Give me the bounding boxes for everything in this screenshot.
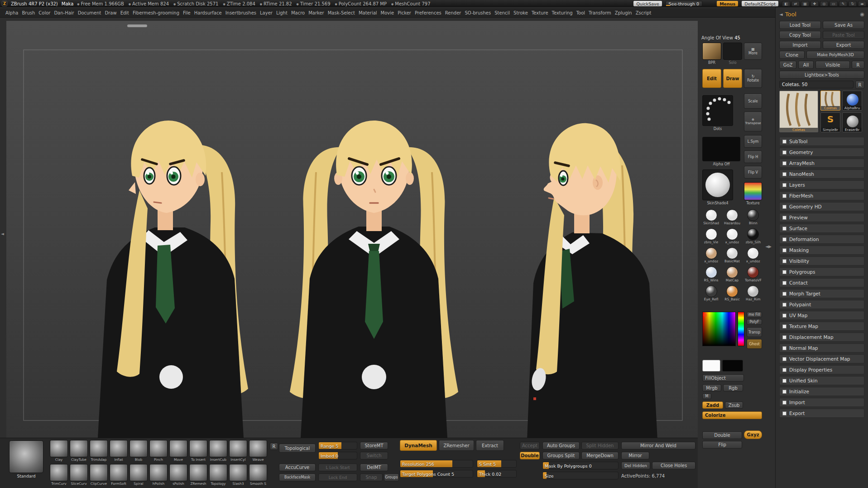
menu-dan-hair[interactable]: Dan-Hair xyxy=(52,10,76,15)
menu-color[interactable]: Color xyxy=(37,10,52,15)
panel-menu-icon[interactable]: ◉ xyxy=(860,11,864,17)
viewport-canvas[interactable] xyxy=(6,21,698,438)
clone-button[interactable]: Clone xyxy=(779,51,805,59)
titlebar-icon-8[interactable]: ↻ xyxy=(849,1,857,6)
tool-section-geometry-hd[interactable]: Geometry HD xyxy=(779,202,864,211)
menu-insertbrushes[interactable]: Insertbrushes xyxy=(224,10,258,15)
tool-thumb-eraserbrush[interactable]: EraserBr xyxy=(842,112,862,132)
menu-stroke[interactable]: Stroke xyxy=(512,10,530,15)
mirror-and-weld-button[interactable]: Mirror And Weld xyxy=(621,442,695,449)
tool-section-vector-displacement-map[interactable]: Vector Displacement Map xyxy=(779,354,864,363)
tool-section-initialize[interactable]: Initialize xyxy=(779,387,864,396)
rotate-mode-button[interactable]: ↻ Rotate xyxy=(744,69,762,88)
brush-to-insert[interactable]: To Insert xyxy=(189,440,207,462)
menus-button[interactable]: Menus xyxy=(717,1,738,6)
shelf-double-button[interactable]: Double xyxy=(702,431,742,439)
stroke-r-button[interactable]: R xyxy=(270,443,278,450)
menu-layer[interactable]: Layer xyxy=(258,10,274,15)
accucurve-toggle[interactable]: AccuCurve xyxy=(279,464,316,471)
viewport-models[interactable] xyxy=(6,21,698,438)
groups-toggle[interactable]: Groups xyxy=(384,474,399,481)
menu-picker[interactable]: Picker xyxy=(396,10,413,15)
transp-button[interactable]: Transp xyxy=(747,327,762,337)
titlebar-icon-3[interactable]: ▦ xyxy=(801,1,809,6)
polyf-button[interactable]: PolyF xyxy=(747,319,762,325)
material-swatch-matcap[interactable]: MatCap xyxy=(722,266,742,285)
titlebar-icon-2[interactable]: ⇄ xyxy=(791,1,800,6)
ghost-button[interactable]: Ghost xyxy=(747,339,762,349)
topological-toggle[interactable]: Topological xyxy=(279,444,316,453)
brush-clay[interactable]: Clay xyxy=(50,440,68,462)
brush-insertcyl[interactable]: InsertCyl xyxy=(229,440,247,462)
menu-light[interactable]: Light xyxy=(274,10,289,15)
material-swatch-basicmat[interactable]: BasicMat xyxy=(722,247,742,266)
quicksave-button[interactable]: QuickSave xyxy=(633,1,662,6)
del-hidden-button[interactable]: Del Hidden xyxy=(621,462,650,469)
tool-section-deformation[interactable]: Deformation xyxy=(779,235,864,244)
tool-section-preview[interactable]: Preview xyxy=(779,213,864,222)
zadd-button[interactable]: Zadd xyxy=(702,401,723,409)
menu-movie[interactable]: Movie xyxy=(379,10,396,15)
hue-bar[interactable] xyxy=(738,312,744,346)
brush-slash3[interactable]: Slash3 xyxy=(229,464,247,486)
colorize-button[interactable]: Colorize xyxy=(702,411,762,419)
mergedown-button[interactable]: MergeDown xyxy=(581,452,619,459)
brush-spolish[interactable]: sPolish xyxy=(169,464,187,486)
tool-section-arraymesh[interactable]: ArrayMesh xyxy=(779,159,864,168)
import-button[interactable]: Import xyxy=(779,41,821,49)
make-polymesh3d-button[interactable]: Make PolyMesh3D xyxy=(806,51,864,59)
menu-edit[interactable]: Edit xyxy=(119,10,131,15)
defaultzscript-button[interactable]: DefaultZScript xyxy=(742,1,778,6)
material-swatch-x_undoz[interactable]: x_undoz xyxy=(701,247,721,266)
material-swatch-x_undoz[interactable]: x_undoz xyxy=(722,228,742,246)
dynamesh-button[interactable]: DynaMesh xyxy=(400,440,437,451)
tool-section-display-properties[interactable]: Display Properties xyxy=(779,365,864,374)
extract-button[interactable]: Extract xyxy=(476,440,504,451)
current-color-swatch[interactable] xyxy=(702,360,720,372)
load-tool-button[interactable]: Load Tool xyxy=(779,21,821,29)
material-swatch-x_undoz[interactable]: x_undoz xyxy=(743,247,763,266)
brush-insertcub[interactable]: InsertCub xyxy=(209,440,227,462)
titlebar-icon-1[interactable]: ◧ xyxy=(782,1,790,6)
brush-blob[interactable]: Blob xyxy=(129,440,148,462)
titlebar-icon-6[interactable]: ▭ xyxy=(830,1,838,6)
menu-hardsurface[interactable]: Hardsurface xyxy=(192,10,224,15)
menu-material[interactable]: Material xyxy=(357,10,379,15)
storemt-button[interactable]: StoreMT xyxy=(360,442,388,449)
menu-zscript[interactable]: Zscript xyxy=(634,10,653,15)
m-button[interactable]: M xyxy=(702,393,711,399)
menu-marker[interactable]: Marker xyxy=(307,10,326,15)
brush-slicecurv[interactable]: SliceCurv xyxy=(70,464,88,486)
material-swatch-blinn[interactable]: Blinn xyxy=(743,209,763,227)
copy-tool-button[interactable]: Copy Tool xyxy=(779,31,821,39)
flip-h-button[interactable]: Flip H xyxy=(744,150,762,163)
model-three-quarter-view[interactable] xyxy=(98,121,248,438)
tool-section-import[interactable]: Import xyxy=(779,398,864,407)
menu-so-brushes[interactable]: SO-brushes xyxy=(463,10,493,15)
tool-section-surface[interactable]: Surface xyxy=(779,224,864,233)
tool-section-polygroups[interactable]: Polygroups xyxy=(779,267,864,276)
menu-texture[interactable]: Texture xyxy=(530,10,550,15)
save-as-button[interactable]: Save As xyxy=(823,21,864,29)
range-slider[interactable]: Range 5 xyxy=(318,442,357,449)
tool-section-contact[interactable]: Contact xyxy=(779,278,864,287)
collapse-arrow-icon[interactable]: ◄ xyxy=(779,12,783,17)
resolution-slider[interactable]: Resolution 256 xyxy=(400,460,473,468)
flip-v-button[interactable]: Flip V xyxy=(744,166,762,179)
tool-thumb-coletas[interactable]: Coletas xyxy=(820,91,840,111)
menu-stencil[interactable]: Stencil xyxy=(493,10,512,15)
menu-preferences[interactable]: Preferences xyxy=(413,10,443,15)
active-tool-thumbnail[interactable]: Coletas xyxy=(779,91,818,132)
menu-brush[interactable]: Brush xyxy=(20,10,37,15)
tool-section-export[interactable]: Export xyxy=(779,409,864,418)
visible-button[interactable]: Visible xyxy=(815,61,850,69)
gxyz-button[interactable]: Gxyz xyxy=(744,430,762,439)
zremesher-button[interactable]: ZRemesher xyxy=(439,440,474,451)
imbed-slider[interactable]: Imbed 0 xyxy=(318,452,357,459)
tool-r-button[interactable]: R xyxy=(855,81,864,89)
titlebar-icon-9[interactable]: ◂▸ xyxy=(858,1,866,6)
brush-move[interactable]: Move xyxy=(169,440,187,462)
menu-alpha[interactable]: Alpha xyxy=(4,10,20,15)
material-swatch-zbro_silh[interactable]: zbro_Silh xyxy=(743,228,763,246)
brush-claytube[interactable]: ClayTube xyxy=(70,440,88,462)
